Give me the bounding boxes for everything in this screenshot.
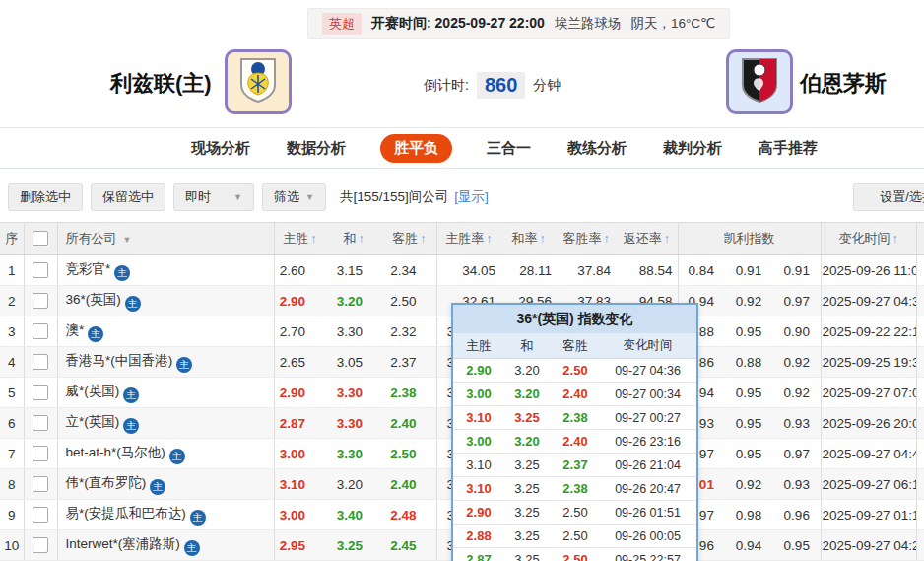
col-kelly-index[interactable]: 凯利指数 xyxy=(678,223,821,255)
row-checkbox[interactable] xyxy=(33,537,48,553)
host-odds-icon: 主 xyxy=(114,265,130,281)
col-home-rate[interactable]: 主胜率↑ xyxy=(436,223,500,255)
col-away-rate[interactable]: 客胜率↑ xyxy=(557,223,616,255)
draw-odds[interactable]: 3.30 xyxy=(325,316,382,347)
away-odds[interactable]: 2.50 xyxy=(382,286,436,316)
row-checkbox[interactable] xyxy=(33,446,48,461)
away-odds[interactable]: 2.32 xyxy=(382,316,436,347)
draw-odds[interactable]: 3.30 xyxy=(325,408,382,439)
kelly-2: 0.98 xyxy=(724,500,773,530)
company-name[interactable]: 36*(英国)主 xyxy=(57,286,274,316)
away-odds[interactable]: 2.48 xyxy=(382,500,436,530)
row-checkbox[interactable] xyxy=(33,507,48,523)
company-name[interactable]: 威*(英国)主 xyxy=(57,378,274,408)
settings-select-button[interactable]: 设置/选择 xyxy=(853,183,924,211)
col-away-odds[interactable]: 客胜↑ xyxy=(382,223,436,255)
home-odds[interactable]: 2.95 xyxy=(274,530,325,561)
draw-odds[interactable]: 3.15 xyxy=(325,255,382,286)
draw-odds[interactable]: 3.25 xyxy=(325,530,382,561)
tab-5[interactable]: 教练分析 xyxy=(565,134,628,163)
home-odds[interactable]: 2.65 xyxy=(274,347,325,378)
home-odds[interactable]: 3.10 xyxy=(274,469,325,500)
col-seq[interactable]: 序 xyxy=(0,223,24,255)
row-checkbox[interactable] xyxy=(33,476,48,492)
col-draw-odds[interactable]: 和↑ xyxy=(325,223,382,255)
tab-1[interactable]: 现场分析 xyxy=(189,134,252,163)
popup-col-1: 主胜 xyxy=(453,337,504,355)
away-odds[interactable]: 2.37 xyxy=(382,347,436,378)
company-name[interactable]: bet-at-h*(马尔他)主 xyxy=(57,439,274,469)
tab-3[interactable]: 胜平负 xyxy=(380,134,452,163)
draw-odds[interactable]: 3.30 xyxy=(325,378,382,408)
tab-4[interactable]: 三合一 xyxy=(485,134,533,163)
home-odds[interactable]: 2.70 xyxy=(274,316,325,347)
chevron-down-icon: ▼ xyxy=(233,192,242,202)
select-all-checkbox[interactable] xyxy=(33,231,48,246)
delete-selected-button[interactable]: 删除选中 xyxy=(8,183,83,211)
instant-dropdown[interactable]: 即时 ▼ xyxy=(173,183,254,211)
col-home-odds[interactable]: 主胜↑ xyxy=(274,223,325,255)
draw-odds[interactable]: 3.20 xyxy=(325,469,382,500)
show-link[interactable]: [显示] xyxy=(454,188,489,206)
company-name[interactable]: 澳*主 xyxy=(57,316,274,347)
popup-draw-odds: 3.20 xyxy=(504,434,550,449)
popup-odds-row: 2.873.252.5009-25 22:57 xyxy=(453,548,696,561)
col-change-time[interactable]: 变化时间↑ xyxy=(821,223,916,255)
away-odds[interactable]: 2.38 xyxy=(382,378,436,408)
company-name[interactable]: Interwet*(塞浦路斯)主 xyxy=(57,530,274,561)
tab-7[interactable]: 高手推荐 xyxy=(757,134,820,163)
home-odds[interactable]: 3.00 xyxy=(274,439,325,469)
chevron-down-icon: ▼ xyxy=(123,235,132,245)
away-odds[interactable]: 2.40 xyxy=(382,408,436,439)
home-odds[interactable]: 2.60 xyxy=(274,255,325,286)
col-draw-rate[interactable]: 和率↑ xyxy=(500,223,557,255)
home-odds[interactable]: 2.87 xyxy=(274,408,325,439)
popup-draw-odds: 3.25 xyxy=(504,457,550,472)
row-checkbox[interactable] xyxy=(33,385,48,400)
home-odds[interactable]: 2.90 xyxy=(274,286,325,316)
away-odds[interactable]: 2.45 xyxy=(382,530,436,561)
company-name[interactable]: 伟*(直布罗陀)主 xyxy=(57,469,274,500)
row-checkbox[interactable] xyxy=(33,354,48,370)
row-checkbox-cell xyxy=(24,530,57,561)
odds-change-popup: 36*(英国) 指数变化 主胜和客胜变化时间 2.903.202.5009-27… xyxy=(451,303,698,561)
table-toolbar: 删除选中 保留选中 即时 ▼ 筛选 ▼ 共[155/155]间公司 [显示] 设… xyxy=(0,178,924,216)
popup-title: 36*(英国) 指数变化 xyxy=(453,305,696,333)
tab-6[interactable]: 裁判分析 xyxy=(661,134,724,163)
row-checkbox[interactable] xyxy=(33,262,48,278)
away-odds[interactable]: 2.34 xyxy=(382,255,436,286)
clipped-cell xyxy=(916,378,924,408)
company-name[interactable]: 竞彩官*主 xyxy=(57,255,274,286)
away-odds[interactable]: 2.40 xyxy=(382,469,436,500)
home-odds[interactable]: 2.90 xyxy=(274,378,325,408)
kelly-3: 0.93 xyxy=(773,469,821,500)
company-name[interactable]: 立*(英国)主 xyxy=(57,408,274,439)
home-odds[interactable]: 3.00 xyxy=(274,500,325,530)
away-odds[interactable]: 2.50 xyxy=(382,439,436,469)
change-time: 2025-09-27 04:37 xyxy=(821,286,916,316)
popup-away-odds: 2.38 xyxy=(550,410,601,425)
row-checkbox[interactable] xyxy=(33,323,48,339)
draw-odds[interactable]: 3.20 xyxy=(325,286,382,316)
host-odds-icon: 主 xyxy=(176,357,192,373)
row-checkbox[interactable] xyxy=(33,415,48,431)
row-checkbox[interactable] xyxy=(33,293,48,309)
company-name[interactable]: 易*(安提瓜和巴布达)主 xyxy=(57,500,274,530)
col-company[interactable]: 所有公司▼ xyxy=(57,223,274,255)
popup-home-odds: 3.00 xyxy=(453,434,504,449)
draw-odds[interactable]: 3.30 xyxy=(325,439,382,469)
popup-change-time: 09-26 23:16 xyxy=(601,435,694,449)
change-time: 2025-09-22 22:13 xyxy=(821,316,916,347)
keep-selected-button[interactable]: 保留选中 xyxy=(91,183,165,211)
tab-2[interactable]: 数据分析 xyxy=(285,134,348,163)
draw-odds[interactable]: 3.40 xyxy=(325,500,382,530)
filter-dropdown[interactable]: 筛选 ▼ xyxy=(262,183,326,211)
draw-odds[interactable]: 3.05 xyxy=(325,347,382,378)
popup-odds-row: 2.903.202.5009-27 04:36 xyxy=(453,359,696,383)
sort-up-icon: ↑ xyxy=(420,232,426,245)
kickoff-time: 开赛时间: 2025-09-27 22:00 xyxy=(371,15,545,33)
col-return-rate[interactable]: 返还率↑ xyxy=(616,223,678,255)
company-name[interactable]: 香港马*(中国香港)主 xyxy=(57,347,274,378)
table-row[interactable]: 1竞彩官*主2.603.152.3434.0528.1137.8488.540.… xyxy=(0,255,924,286)
countdown-label: 倒计时: xyxy=(424,77,469,95)
